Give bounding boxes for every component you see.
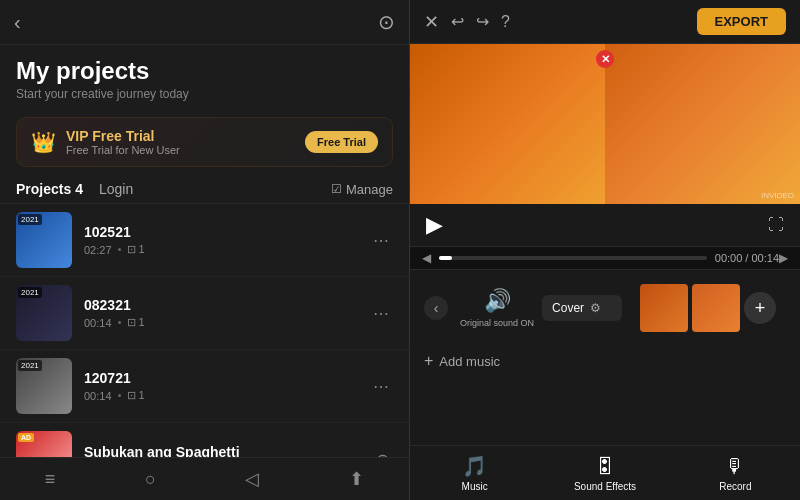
vip-banner[interactable]: 👑 VIP Free Trial Free Trial for New User…	[16, 117, 393, 167]
project-thumbnail: AD	[16, 431, 72, 457]
settings-icon[interactable]: ⊙	[378, 10, 395, 34]
more-options-button[interactable]: ⋯	[369, 227, 393, 254]
bottom-navigation: ≡ ○ ◁ ⬆	[0, 457, 409, 500]
timeline-right-arrow[interactable]: ▶	[779, 251, 788, 265]
video-strip: +	[630, 278, 786, 338]
project-thumbnail: 2021	[16, 358, 72, 414]
project-name: 102521	[84, 224, 369, 240]
vip-subtitle: Free Trial for New User	[66, 144, 305, 156]
add-music-row[interactable]: + Add music	[410, 346, 800, 376]
left-panel: ‹ ⊙ My projects Start your creative jour…	[0, 0, 410, 500]
timeline-progress	[439, 256, 452, 260]
export-button[interactable]: EXPORT	[697, 8, 786, 35]
fullscreen-button[interactable]: ⛶	[768, 216, 784, 234]
project-meta: 02:27 ⊡ 1	[84, 243, 369, 256]
track-scroll-left[interactable]: ‹	[424, 296, 448, 320]
manage-button[interactable]: ☑ Manage	[331, 182, 393, 197]
projects-count: Projects 4	[16, 181, 83, 197]
page-subtitle: Start your creative journey today	[16, 87, 393, 101]
back-button[interactable]: ‹	[14, 12, 21, 32]
project-clips: ⊡ 1	[127, 389, 145, 402]
video-frame-right	[605, 44, 800, 204]
project-duration: 02:27	[84, 244, 112, 256]
timeline-time: 00:00 / 00:14	[715, 252, 779, 264]
manage-label: Manage	[346, 182, 393, 197]
play-button[interactable]: ▶	[426, 212, 443, 238]
add-music-icon: +	[424, 352, 433, 370]
project-info: 120721 00:14 ⊡ 1	[84, 370, 369, 402]
editor-nav-record[interactable]: 🎙 Record	[705, 455, 765, 492]
strip-thumbnail[interactable]	[640, 284, 688, 332]
project-info: 082321 00:14 ⊡ 1	[84, 297, 369, 329]
page-title: My projects	[16, 57, 393, 85]
list-item[interactable]: 2021 120721 00:14 ⊡ 1 ⋯	[0, 350, 409, 423]
back-nav-icon[interactable]: ◁	[245, 468, 259, 490]
projects-nav: Projects 4 Login ☑ Manage	[0, 175, 409, 204]
menu-icon[interactable]: ≡	[45, 469, 56, 490]
project-name: 082321	[84, 297, 369, 313]
login-button[interactable]: Login	[99, 181, 133, 197]
project-duration: 00:14	[84, 390, 112, 402]
video-frame-left	[410, 44, 605, 204]
more-options-button[interactable]: ⋯	[369, 300, 393, 327]
vip-title: VIP Free Trial	[66, 128, 305, 144]
sound-effects-label: Sound Effects	[574, 481, 636, 492]
music-label: Music	[462, 481, 488, 492]
sound-label: Original sound ON	[460, 318, 534, 328]
project-name: Subukan ang Spaghetti	[84, 444, 372, 457]
sound-icon: 🔊	[484, 288, 511, 314]
help-button[interactable]: ?	[501, 13, 510, 31]
project-clips: ⊡ 1	[127, 243, 145, 256]
editor-header: ✕ ↩ ↪ ? EXPORT	[410, 0, 800, 44]
undo-button[interactable]: ↩	[451, 12, 464, 31]
right-panel: ✕ ↩ ↪ ? EXPORT ✕ INVIDEO ▶ ⛶ ◀ 00:00 / 0…	[410, 0, 800, 500]
crown-icon: 👑	[31, 130, 56, 154]
vip-text: VIP Free Trial Free Trial for New User	[66, 128, 305, 156]
close-button[interactable]: ✕	[424, 11, 439, 33]
project-thumbnail: 2021	[16, 212, 72, 268]
meta-dot	[118, 321, 121, 324]
home-icon[interactable]: ○	[145, 469, 156, 490]
cover-track[interactable]: Cover ⚙	[542, 295, 622, 321]
add-music-label: Add music	[439, 354, 500, 369]
project-meta: 00:14 ⊡ 1	[84, 389, 369, 402]
list-item[interactable]: AD Subukan ang Spaghetti Lagyan ng kakai…	[0, 423, 409, 457]
add-clip-button[interactable]: +	[744, 292, 776, 324]
editor-nav-sound-effects[interactable]: 🎛 Sound Effects	[574, 455, 636, 492]
record-icon: 🎙	[725, 455, 745, 478]
project-name: 120721	[84, 370, 369, 386]
redo-button[interactable]: ↪	[476, 12, 489, 31]
timeline-left-arrow[interactable]: ◀	[422, 251, 431, 265]
record-label: Record	[719, 481, 751, 492]
projects-header: My projects Start your creative journey …	[0, 45, 409, 109]
sound-effects-icon: 🎛	[595, 455, 615, 478]
project-info: 102521 02:27 ⊡ 1	[84, 224, 369, 256]
music-icon: 🎵	[462, 454, 487, 478]
project-meta: 00:14 ⊡ 1	[84, 316, 369, 329]
track-left-arrow: ‹	[420, 296, 452, 320]
meta-dot	[118, 394, 121, 397]
error-badge: ✕	[596, 50, 614, 68]
playback-controls: ▶ ⛶	[410, 204, 800, 246]
list-item[interactable]: 2021 082321 00:14 ⊡ 1 ⋯	[0, 277, 409, 350]
strip-thumbnail[interactable]	[692, 284, 740, 332]
more-options-button[interactable]: ⊕	[372, 446, 393, 458]
manage-icon: ☑	[331, 182, 342, 196]
project-thumbnail: 2021	[16, 285, 72, 341]
project-duration: 00:14	[84, 317, 112, 329]
timeline-track[interactable]	[439, 256, 707, 260]
audio-tracks: ‹ 🔊 Original sound ON Cover ⚙ +	[410, 270, 800, 346]
original-sound-control[interactable]: 🔊 Original sound ON	[460, 288, 534, 328]
cover-label: Cover	[552, 301, 584, 315]
project-info: Subukan ang Spaghetti Lagyan ng kakaiban…	[84, 444, 372, 457]
video-preview: ✕ INVIDEO	[410, 44, 800, 204]
cover-gear-icon[interactable]: ⚙	[590, 301, 601, 315]
free-trial-button[interactable]: Free Trial	[305, 131, 378, 153]
profile-icon[interactable]: ⬆	[349, 468, 364, 490]
watermark: INVIDEO	[761, 191, 794, 200]
editor-nav-music[interactable]: 🎵 Music	[445, 454, 505, 492]
more-options-button[interactable]: ⋯	[369, 373, 393, 400]
project-list: 2021 102521 02:27 ⊡ 1 ⋯ 2021 082321 00:1…	[0, 204, 409, 457]
list-item[interactable]: 2021 102521 02:27 ⊡ 1 ⋯	[0, 204, 409, 277]
project-clips: ⊡ 1	[127, 316, 145, 329]
